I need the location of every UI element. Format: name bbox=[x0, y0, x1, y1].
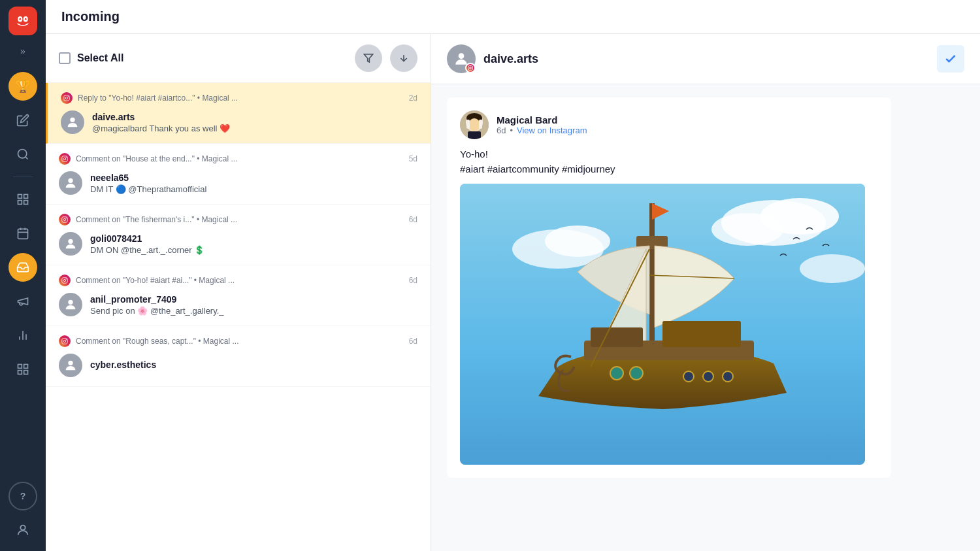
inbox-item[interactable]: Reply to "Yo-ho! #aiart #aiartco..." • M… bbox=[46, 83, 431, 144]
main-area: Incoming Select All bbox=[46, 0, 980, 551]
item-body: goli0078421 DM ON @the_.art._.corner 💲 bbox=[59, 232, 417, 256]
svg-point-51 bbox=[468, 118, 480, 131]
sidebar-item-compose[interactable] bbox=[8, 106, 37, 135]
instagram-icon bbox=[59, 335, 71, 347]
sidebar-item-calendar[interactable] bbox=[8, 219, 37, 248]
svg-rect-65 bbox=[591, 327, 643, 347]
svg-rect-19 bbox=[24, 365, 28, 369]
item-username: daive.arts bbox=[92, 112, 417, 122]
svg-point-60 bbox=[545, 225, 610, 257]
svg-point-0 bbox=[14, 12, 32, 30]
item-type: Comment on "House at the end..." • Magic… bbox=[76, 154, 404, 163]
item-body: anil_promoter_7409 Send pic on 🌸 @the_ar… bbox=[59, 293, 417, 316]
item-type: Comment on "Yo-ho! #aiart #ai..." • Magi… bbox=[76, 276, 404, 285]
svg-rect-18 bbox=[18, 365, 22, 369]
instagram-badge bbox=[465, 63, 476, 73]
svg-point-4 bbox=[25, 18, 27, 20]
ship-svg bbox=[460, 184, 865, 465]
item-content: goli0078421 DM ON @the_.art._.corner 💲 bbox=[90, 233, 417, 255]
avatar bbox=[59, 354, 82, 377]
filter-button[interactable] bbox=[355, 44, 382, 72]
sort-button[interactable] bbox=[390, 44, 417, 72]
sidebar-divider bbox=[13, 176, 33, 177]
view-on-instagram-link[interactable]: View on Instagram bbox=[517, 125, 587, 135]
sidebar-item-user[interactable] bbox=[8, 516, 37, 544]
item-content: neeela65 DM IT 🔵 @Theprathamofficial bbox=[90, 173, 417, 194]
item-body: cyber.esthetics bbox=[59, 354, 417, 377]
inbox-item[interactable]: Comment on "Rough seas, capt..." • Magic… bbox=[46, 326, 431, 387]
svg-point-70 bbox=[610, 367, 623, 380]
avatar bbox=[59, 293, 82, 316]
svg-rect-10 bbox=[18, 201, 22, 205]
sidebar-item-search[interactable] bbox=[8, 140, 37, 169]
dot-separator: • bbox=[510, 125, 513, 135]
svg-point-32 bbox=[68, 178, 73, 183]
check-button[interactable] bbox=[937, 45, 964, 73]
detail-content: Magical Bard 6d • View on Instagram Yo-h… bbox=[431, 84, 980, 551]
svg-rect-29 bbox=[62, 156, 67, 161]
svg-point-43 bbox=[66, 339, 67, 340]
inbox-item[interactable]: Comment on "House at the end..." • Magic… bbox=[46, 144, 431, 205]
instagram-icon bbox=[59, 153, 71, 165]
post-text: Yo-ho! bbox=[460, 148, 878, 159]
item-header: Comment on "Yo-ho! #aiart #ai..." • Magi… bbox=[59, 275, 417, 286]
detail-panel: daive.arts bbox=[431, 34, 980, 551]
inbox-list: Reply to "Yo-ho! #aiart #aiartco..." • M… bbox=[46, 83, 431, 551]
sidebar-item-inbox[interactable] bbox=[8, 253, 37, 282]
svg-rect-8 bbox=[24, 195, 28, 199]
content: Select All Reply to "Yo-ho! #aiart # bbox=[46, 34, 980, 551]
svg-point-38 bbox=[63, 279, 65, 281]
sidebar-item-grid[interactable] bbox=[8, 355, 37, 384]
item-body: daive.arts @magicalbard Thank you as wel… bbox=[61, 110, 417, 134]
sidebar-expand[interactable]: » bbox=[20, 46, 25, 56]
post-header: Magical Bard 6d • View on Instagram bbox=[460, 110, 878, 139]
svg-point-68 bbox=[703, 371, 713, 382]
detail-header: daive.arts bbox=[431, 34, 980, 84]
svg-point-27 bbox=[68, 96, 69, 97]
post-author-avatar bbox=[460, 110, 489, 139]
instagram-icon bbox=[59, 275, 71, 286]
item-header: Reply to "Yo-ho! #aiart #aiartco..." • M… bbox=[61, 92, 417, 104]
inbox-item[interactable]: Comment on "The fisherman's i..." • Magi… bbox=[46, 205, 431, 265]
svg-rect-54 bbox=[468, 131, 481, 139]
item-time: 6d bbox=[409, 215, 417, 224]
sidebar-item-analytics[interactable] bbox=[8, 321, 37, 350]
svg-point-28 bbox=[70, 118, 74, 122]
select-all-wrap: Select All bbox=[59, 52, 347, 64]
item-type: Reply to "Yo-ho! #aiart #aiartco..." • M… bbox=[78, 93, 404, 103]
sidebar-item-help[interactable]: ? bbox=[8, 482, 37, 510]
svg-rect-53 bbox=[479, 120, 482, 129]
inbox-panel: Select All Reply to "Yo-ho! #aiart # bbox=[46, 34, 431, 551]
svg-rect-33 bbox=[62, 217, 67, 222]
item-type: Comment on "Rough seas, capt..." • Magic… bbox=[76, 337, 404, 346]
post-avatar-inner bbox=[460, 110, 489, 139]
post-card: Magical Bard 6d • View on Instagram Yo-h… bbox=[447, 97, 891, 478]
svg-point-31 bbox=[66, 157, 67, 158]
item-message: Send pic on 🌸 @the_art_.gallery._ bbox=[90, 306, 417, 316]
inbox-toolbar: Select All bbox=[46, 34, 431, 83]
avatar bbox=[59, 232, 82, 256]
svg-rect-7 bbox=[18, 195, 22, 199]
svg-point-26 bbox=[65, 97, 67, 99]
svg-rect-37 bbox=[62, 278, 67, 283]
item-content: cyber.esthetics bbox=[90, 359, 417, 371]
sidebar: » 🏆 ? bbox=[0, 0, 46, 551]
instagram-icon bbox=[61, 92, 73, 104]
item-username: neeela65 bbox=[90, 173, 417, 183]
sidebar-item-dashboard[interactable] bbox=[8, 185, 37, 214]
svg-rect-66 bbox=[662, 321, 741, 347]
select-all-checkbox[interactable] bbox=[59, 52, 71, 64]
svg-point-42 bbox=[63, 340, 65, 342]
logo[interactable] bbox=[8, 7, 37, 35]
inbox-item[interactable]: Comment on "Yo-ho! #aiart #ai..." • Magi… bbox=[46, 265, 431, 326]
svg-marker-23 bbox=[364, 54, 372, 62]
svg-point-69 bbox=[723, 371, 733, 382]
item-username: goli0078421 bbox=[90, 233, 417, 244]
item-body: neeela65 DM IT 🔵 @Theprathamofficial bbox=[59, 171, 417, 195]
svg-point-58 bbox=[711, 213, 783, 246]
post-time: 6d bbox=[497, 125, 506, 135]
svg-point-5 bbox=[18, 150, 27, 158]
sidebar-item-trophy[interactable]: 🏆 bbox=[8, 72, 37, 101]
sidebar-item-megaphone[interactable] bbox=[8, 287, 37, 316]
svg-point-47 bbox=[470, 67, 472, 69]
